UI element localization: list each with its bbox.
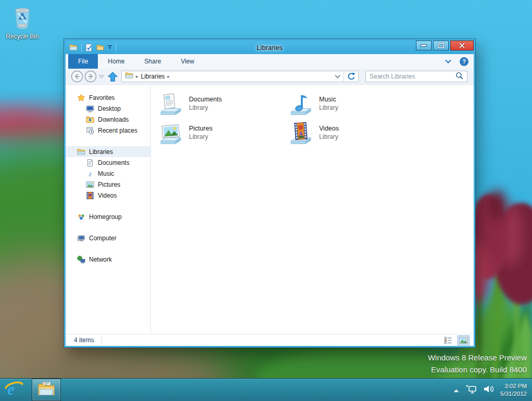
desktop-icon — [86, 105, 94, 113]
thumbnail-view-icon[interactable] — [458, 335, 470, 345]
item-type: Library — [189, 133, 212, 141]
documents-library-icon — [158, 93, 183, 118]
item-name: Documents — [189, 95, 222, 104]
sidebar-item-downloads[interactable]: Downloads — [66, 114, 150, 125]
file-explorer-icon — [37, 381, 55, 398]
watermark-line2: Evaluation copy. Build 8400 — [428, 364, 527, 376]
evaluation-watermark: Windows 8 Release Preview Evaluation cop… — [428, 352, 527, 376]
library-tile-music[interactable]: Music Library — [288, 93, 417, 122]
tab-share[interactable]: Share — [134, 54, 171, 69]
item-name: Pictures — [189, 124, 212, 133]
homegroup-icon — [77, 213, 85, 221]
window-folder-icon — [69, 43, 78, 51]
ribbon-tab-row: File Home Share View ? — [66, 54, 474, 69]
internet-explorer-icon: e — [4, 379, 24, 401]
breadcrumb-folder-icon — [125, 71, 133, 82]
videos-library-icon — [288, 122, 313, 147]
videos-icon — [86, 191, 94, 200]
clock-time: 3:02 PM — [500, 382, 527, 390]
sidebar-item-computer[interactable]: Computer — [66, 232, 150, 243]
window-titlebar[interactable]: Libraries ▾ — [66, 41, 474, 54]
item-type: Library — [319, 133, 339, 141]
item-count: 4 items — [74, 337, 94, 344]
breadcrumb[interactable]: ▸ Libraries ▸ — [122, 71, 331, 82]
close-button[interactable] — [450, 41, 474, 50]
library-tile-documents[interactable]: Documents Library — [158, 93, 287, 122]
recycle-bin-icon — [10, 23, 34, 32]
refresh-button[interactable] — [344, 71, 358, 82]
pictures-icon — [86, 180, 94, 189]
computer-icon — [77, 234, 85, 242]
item-name: Videos — [319, 124, 339, 133]
recycle-bin[interactable]: Recycle Bin — [4, 4, 41, 40]
back-button[interactable] — [71, 70, 83, 83]
navigation-bar: ▸ Libraries ▸ Search Libraries — [66, 69, 474, 85]
quick-access-toolbar: ▾ — [69, 41, 116, 54]
item-type: Library — [189, 104, 222, 112]
window-title: Libraries — [66, 41, 474, 54]
clock-date: 5/31/2012 — [500, 390, 527, 398]
sidebar-item-libraries[interactable]: Libraries — [66, 146, 150, 157]
item-name: Music — [319, 95, 338, 104]
recycle-bin-label: Recycle Bin — [4, 33, 41, 40]
breadcrumb-arrow-icon[interactable]: ▸ — [136, 74, 138, 79]
star-icon — [77, 94, 85, 102]
qat-customize-icon[interactable]: ▾ — [108, 45, 112, 49]
library-tile-pictures[interactable]: Pictures Library — [158, 122, 287, 151]
libraries-icon — [77, 148, 85, 156]
qat-new-folder-icon[interactable] — [96, 44, 104, 51]
address-bar[interactable]: ▸ Libraries ▸ — [121, 71, 359, 82]
sidebar-item-homegroup[interactable]: Homegroup — [66, 211, 150, 222]
document-icon — [86, 159, 94, 167]
recent-places-icon — [86, 126, 94, 135]
taskbar-ie-button[interactable]: e — [0, 379, 28, 401]
tab-home[interactable]: Home — [98, 54, 134, 69]
tab-file[interactable]: File — [68, 54, 98, 69]
qat-properties-icon[interactable] — [85, 44, 93, 51]
navigation-pane: Favorites Desktop Downloads — [66, 85, 151, 334]
file-list: Documents Library — [151, 85, 474, 334]
show-hidden-icons-chevron[interactable] — [453, 385, 459, 395]
network-icon — [77, 255, 85, 264]
music-icon: ♪ — [86, 170, 94, 178]
taskbar-clock[interactable]: 3:02 PM 5/31/2012 — [500, 382, 527, 398]
address-dropdown-icon[interactable] — [331, 71, 344, 82]
volume-tray-icon[interactable] — [484, 385, 493, 395]
library-tile-videos[interactable]: Videos Library — [288, 122, 417, 151]
sidebar-item-documents[interactable]: Documents — [66, 157, 150, 168]
explorer-window: Libraries ▾ — [64, 39, 475, 347]
details-view-icon[interactable] — [442, 335, 454, 345]
system-tray: 3:02 PM 5/31/2012 — [453, 379, 532, 401]
desktop: Recycle Bin Libraries ▾ — [0, 0, 532, 401]
sidebar-item-pictures[interactable]: Pictures — [66, 179, 150, 190]
maximize-button[interactable] — [433, 41, 449, 50]
item-type: Library — [319, 104, 338, 112]
network-tray-icon[interactable] — [466, 384, 477, 396]
sidebar-item-music[interactable]: ♪ Music — [66, 168, 150, 179]
search-icon[interactable] — [455, 72, 463, 82]
music-library-icon — [288, 93, 313, 118]
tab-view[interactable]: View — [171, 54, 204, 69]
caption-buttons — [414, 41, 474, 50]
forward-button[interactable] — [84, 70, 97, 83]
breadcrumb-arrow-icon[interactable]: ▸ — [168, 74, 170, 79]
sidebar-item-desktop[interactable]: Desktop — [66, 103, 150, 114]
sidebar-item-videos[interactable]: Videos — [66, 190, 150, 201]
sidebar-item-network[interactable]: Network — [66, 254, 150, 265]
taskbar-explorer-button[interactable] — [32, 379, 61, 401]
help-icon[interactable]: ? — [460, 57, 468, 66]
breadcrumb-root[interactable]: Libraries — [141, 73, 165, 80]
taskbar: e — [0, 378, 532, 401]
recent-locations-dropdown-icon[interactable] — [99, 75, 104, 79]
pictures-library-icon — [158, 122, 183, 147]
status-bar: 4 items — [66, 334, 474, 346]
minimize-button[interactable] — [416, 41, 432, 50]
search-box[interactable]: Search Libraries — [365, 71, 467, 82]
downloads-icon — [86, 115, 94, 124]
sidebar-item-recent-places[interactable]: Recent places — [66, 125, 150, 136]
expand-ribbon-chevron-icon[interactable] — [445, 57, 452, 66]
search-placeholder: Search Libraries — [370, 73, 455, 80]
watermark-line1: Windows 8 Release Preview — [428, 352, 527, 364]
up-button[interactable] — [107, 71, 118, 82]
sidebar-item-favorites[interactable]: Favorites — [66, 92, 150, 103]
